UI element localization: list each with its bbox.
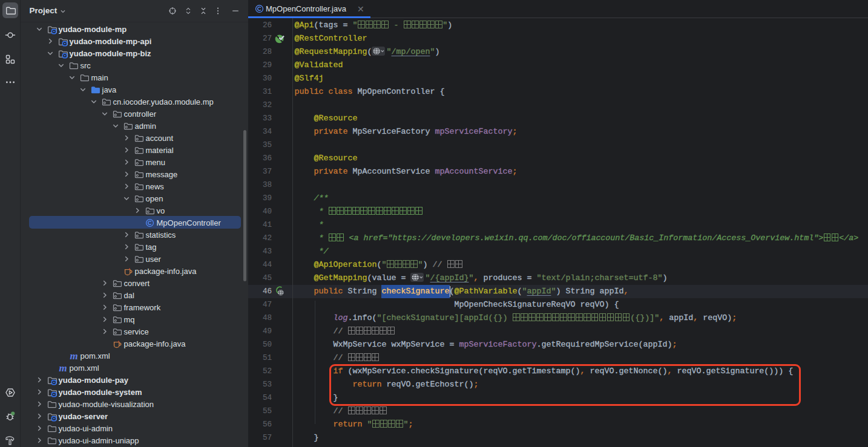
svg-text:m: m: [59, 364, 67, 373]
svg-text:m: m: [70, 351, 77, 361]
